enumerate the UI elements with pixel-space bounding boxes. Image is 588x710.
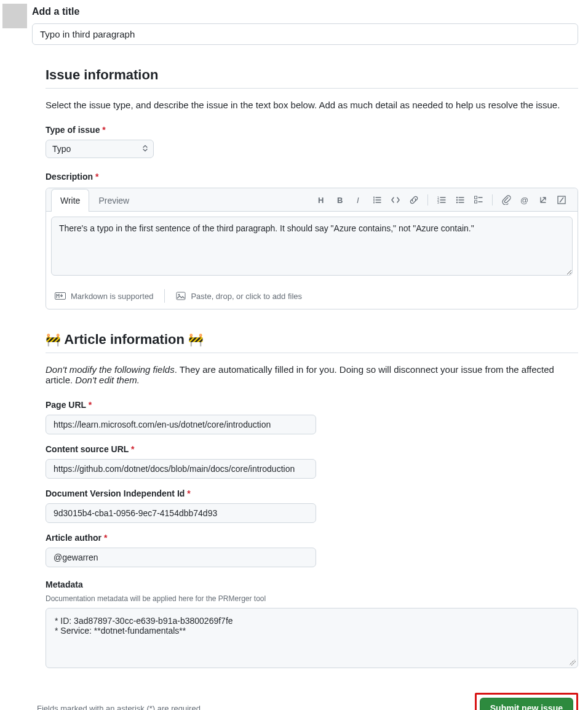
svg-rect-10 <box>475 201 477 203</box>
issue-info-heading: Issue information <box>46 67 578 89</box>
heading-icon[interactable]: H <box>313 191 330 209</box>
issue-info-description: Select the issue type, and describe the … <box>46 100 578 110</box>
italic-icon[interactable]: I <box>350 191 367 209</box>
content-source-url-label: Content source URL * <box>46 444 578 454</box>
attach-icon[interactable] <box>498 191 515 209</box>
link-icon[interactable] <box>405 191 423 209</box>
quote-icon[interactable] <box>368 191 386 209</box>
markdown-supported[interactable]: Markdown is supported <box>55 292 153 301</box>
submit-highlight: Submit new issue <box>475 693 578 710</box>
task-list-icon[interactable] <box>470 191 487 209</box>
mention-icon[interactable]: @ <box>516 191 533 209</box>
title-label: Add a title <box>32 6 578 17</box>
type-of-issue-value: Typo <box>52 144 71 154</box>
article-info-warning: Don't modify the following fields. They … <box>46 364 578 385</box>
svg-point-8 <box>456 201 458 202</box>
svg-text:B: B <box>337 196 343 205</box>
construction-icon: 🚧 <box>46 333 61 346</box>
type-of-issue-label: Type of issue * <box>46 125 578 135</box>
metadata-help: Documentation metadata will be applied h… <box>46 594 578 603</box>
article-author-label: Article author * <box>46 533 578 543</box>
svg-text:I: I <box>357 196 359 205</box>
description-label: Description * <box>46 172 578 181</box>
metadata-textarea[interactable]: * ID: 3ad87897-30cc-e639-b91a-b3800269f7… <box>46 608 578 668</box>
article-info-heading: 🚧 Article information 🚧 <box>46 332 578 353</box>
svg-point-15 <box>178 294 180 296</box>
attach-files[interactable]: Paste, drop, or click to add files <box>176 292 302 301</box>
metadata-line: * ID: 3ad87897-30cc-e639-b91a-b3800269f7… <box>55 616 569 626</box>
metadata-line: * Service: **dotnet-fundamentals** <box>55 626 569 636</box>
doc-version-id-input[interactable] <box>46 503 316 523</box>
submit-new-issue-button[interactable]: Submit new issue <box>480 698 573 710</box>
content-source-url-input[interactable] <box>46 459 316 479</box>
page-url-label: Page URL * <box>46 400 578 410</box>
article-author-input[interactable] <box>46 548 316 567</box>
page-url-input[interactable] <box>46 415 316 434</box>
svg-text:H: H <box>318 196 324 205</box>
svg-rect-9 <box>475 196 477 199</box>
resize-handle-icon[interactable] <box>570 660 576 666</box>
svg-point-6 <box>456 196 458 197</box>
cross-reference-icon[interactable] <box>534 191 552 209</box>
description-editor: Write Preview H B I 123 @ <box>46 188 578 309</box>
code-icon[interactable] <box>387 191 404 209</box>
tab-write[interactable]: Write <box>51 189 89 212</box>
svg-point-7 <box>456 199 458 200</box>
svg-text:@: @ <box>520 196 528 205</box>
saved-replies-icon[interactable] <box>553 191 570 209</box>
title-input[interactable] <box>32 23 578 45</box>
construction-icon: 🚧 <box>188 333 204 346</box>
required-fields-note: Fields marked with an asterisk (*) are r… <box>37 704 203 711</box>
doc-version-id-label: Document Version Independent Id * <box>46 489 578 498</box>
ordered-list-icon[interactable]: 123 <box>433 191 450 209</box>
bold-icon[interactable]: B <box>332 191 349 209</box>
type-of-issue-select[interactable]: Typo <box>46 140 154 158</box>
unordered-list-icon[interactable] <box>451 191 469 209</box>
chevron-updown-icon <box>142 145 148 153</box>
description-textarea[interactable] <box>51 217 573 276</box>
tab-preview[interactable]: Preview <box>89 189 138 212</box>
metadata-label: Metadata <box>46 580 578 589</box>
svg-text:3: 3 <box>437 201 439 204</box>
svg-rect-14 <box>177 292 185 300</box>
avatar <box>2 4 27 28</box>
